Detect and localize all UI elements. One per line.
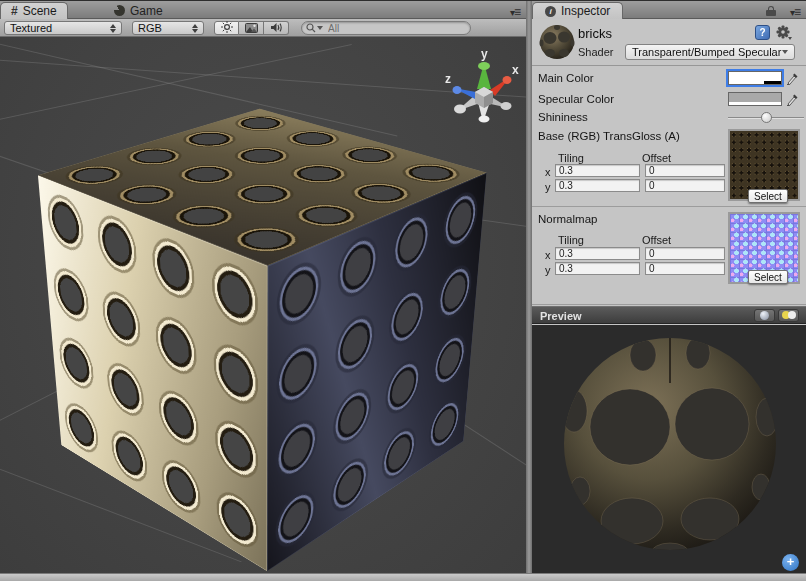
question-icon: ?	[759, 27, 765, 38]
tab-game-label: Game	[130, 4, 163, 18]
base-tiling-y-field[interactable]	[555, 179, 640, 192]
draw-mode-value: Textured	[10, 22, 52, 34]
tab-scene[interactable]: # Scene	[0, 2, 68, 19]
inspector-tabstrip: i Inspector ▾≡	[532, 1, 806, 19]
help-button[interactable]: ?	[755, 25, 770, 40]
normal-x-axis-label: x	[545, 249, 551, 261]
menu-lines-icon: ≡	[794, 5, 800, 19]
specular-color-label: Specular Color	[538, 93, 614, 105]
base-x-axis-label: x	[545, 166, 551, 178]
scene-panel-menu-icon[interactable]: ▾≡	[510, 5, 520, 19]
main-color-alpha-strip	[729, 81, 781, 84]
audio-toggle-button[interactable]	[264, 21, 289, 35]
gizmo-y-label: y	[481, 48, 488, 61]
section-divider	[532, 206, 806, 207]
preview-lighting-button[interactable]	[778, 309, 799, 322]
normal-tiling-header: Tiling	[558, 234, 584, 246]
search-filter-arrow-icon	[317, 26, 323, 30]
preview-area[interactable]: +	[532, 325, 806, 574]
normal-tiling-x-field[interactable]	[555, 247, 640, 260]
updown-arrows-icon	[192, 24, 198, 33]
scene-search	[301, 21, 471, 35]
normal-y-axis-label: y	[545, 264, 551, 276]
main-color-alpha-bar	[729, 81, 764, 84]
plus-icon: +	[787, 554, 795, 569]
info-icon: i	[545, 6, 556, 17]
view-toggle-group	[214, 21, 289, 35]
base-tiling-header: Tiling	[558, 152, 584, 164]
tab-inspector-label: Inspector	[561, 4, 610, 18]
normal-offset-y-field[interactable]	[645, 262, 725, 275]
gizmo-x-label: x	[512, 63, 519, 77]
base-map-label: Base (RGB) TransGloss (A)	[538, 130, 680, 142]
material-header: bricks Shader Transparent/Bumped Specula…	[532, 19, 806, 66]
shininess-slider[interactable]	[728, 117, 804, 119]
base-tiling-x-field[interactable]	[555, 164, 640, 177]
preview-sphere	[558, 331, 782, 557]
preview-mesh-button[interactable]	[754, 309, 775, 322]
search-input[interactable]	[326, 22, 466, 34]
preview-header[interactable]: Preview	[532, 306, 806, 324]
eyedropper-icon[interactable]	[786, 92, 800, 106]
shader-dropdown[interactable]: Transparent/Bumped Specular	[625, 44, 795, 60]
base-offset-x-field[interactable]	[645, 164, 725, 177]
color-mode-value: RGB	[138, 22, 162, 34]
base-y-axis-label: y	[545, 181, 551, 193]
normal-offset-header: Offset	[642, 234, 671, 246]
color-mode-dropdown[interactable]: RGB	[132, 21, 204, 35]
add-button[interactable]: +	[782, 554, 799, 571]
base-texture-select-button[interactable]: Select	[748, 189, 788, 203]
normal-texture-select-button[interactable]: Select	[748, 270, 788, 284]
preview-label: Preview	[540, 310, 582, 322]
tab-inspector[interactable]: i Inspector	[532, 2, 623, 19]
main-color-label: Main Color	[538, 72, 594, 84]
settings-gear-button[interactable]	[775, 25, 793, 41]
sun-icon	[221, 19, 233, 37]
statusbar	[0, 573, 806, 581]
base-offset-y-field[interactable]	[645, 179, 725, 192]
shader-label: Shader	[578, 46, 613, 58]
unity-editor-window: # Scene Game ▾≡ Textured RGB	[0, 0, 806, 581]
updown-arrows-icon	[110, 24, 116, 33]
eyedropper-icon[interactable]	[786, 71, 800, 85]
scene-viewport[interactable]: y x z	[0, 37, 526, 574]
image-icon	[245, 19, 258, 37]
grid-icon: #	[11, 4, 18, 18]
shininess-label: Shininess	[538, 111, 588, 123]
search-icon	[306, 23, 323, 33]
scene-tabstrip: # Scene Game ▾≡	[0, 1, 526, 19]
material-name: bricks	[578, 26, 612, 41]
textured-cube[interactable]	[158, 139, 388, 501]
scene-orientation-gizmo[interactable]: y x z	[440, 48, 526, 134]
main-color-swatch[interactable]	[728, 71, 782, 85]
gizmo-z-label: z	[445, 72, 451, 86]
lock-icon[interactable]	[766, 6, 776, 16]
shader-value: Transparent/Bumped Specular	[632, 46, 781, 58]
section-divider	[532, 304, 806, 305]
draw-mode-dropdown[interactable]: Textured	[4, 21, 122, 35]
scene-panel: # Scene Game ▾≡ Textured RGB	[0, 1, 526, 581]
tab-scene-label: Scene	[23, 4, 57, 18]
specular-color-alpha-strip	[729, 102, 781, 105]
shininess-slider-thumb[interactable]	[761, 112, 772, 123]
lighting-toggle-button[interactable]	[214, 21, 239, 35]
light-toggle-icon	[782, 311, 796, 320]
skybox-toggle-button[interactable]	[239, 21, 264, 35]
normal-tiling-y-field[interactable]	[555, 262, 640, 275]
tab-game[interactable]: Game	[104, 2, 173, 19]
chevron-down-icon	[782, 50, 788, 54]
specular-color-swatch[interactable]	[728, 92, 782, 106]
material-sphere-icon	[537, 21, 577, 65]
menu-lines-icon: ≡	[514, 5, 520, 19]
specular-color-alpha-bar	[729, 102, 781, 105]
game-icon	[114, 5, 125, 16]
speaker-icon	[270, 19, 283, 37]
normal-map-label: Normalmap	[538, 213, 597, 225]
normal-offset-x-field[interactable]	[645, 247, 725, 260]
scene-toolbar: Textured RGB	[0, 19, 526, 37]
sphere-icon	[760, 311, 769, 320]
inspector-panel: i Inspector ▾≡ bricks Shader Transparent…	[532, 1, 806, 581]
inspector-panel-menu-icon[interactable]: ▾≡	[790, 5, 800, 19]
base-offset-header: Offset	[642, 152, 671, 164]
